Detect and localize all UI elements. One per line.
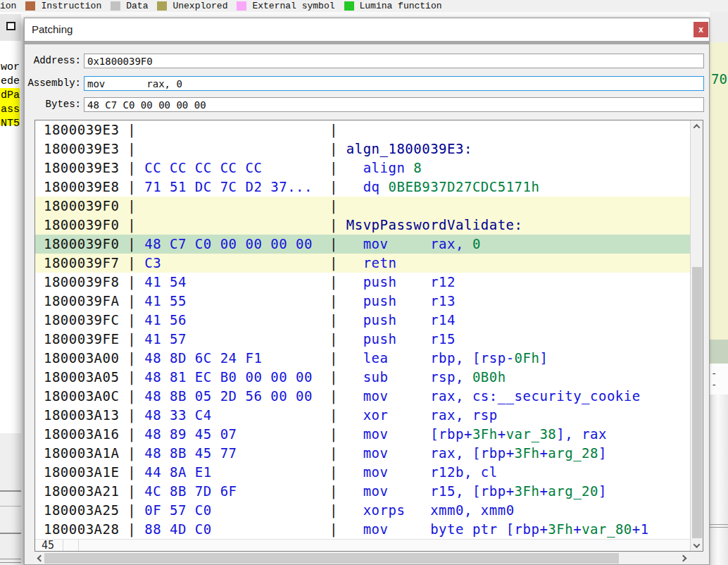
listing-row[interactable]: 180003A1A | 48 8B 45 77 | mov rax, [rbp+… (35, 444, 690, 463)
dialog-titlebar[interactable]: Patching x (25, 18, 709, 41)
screen: ion InstructionDataUnexploredExternal sy… (0, 0, 728, 565)
background-right-gray (710, 12, 728, 42)
titlebar-separator (25, 41, 709, 44)
listing-row[interactable]: 180003A0C | 48 8B 05 2D 56 00 00 | mov r… (35, 387, 690, 406)
vertical-scrollbar-thumb[interactable] (692, 267, 702, 538)
background-text-fragment: ede (1, 75, 20, 89)
legend-label: Data (126, 1, 148, 11)
listing-row[interactable]: 1800039F0 | | MsvpPasswordValidate: (35, 216, 690, 235)
legend-swatch (157, 1, 167, 11)
chevron-up-icon (694, 123, 701, 130)
listing-rows: 1800039E3 | | 1800039E3 | | algn_1800039… (35, 120, 690, 539)
legend-item: Unexplored (157, 1, 227, 11)
legend-items: InstructionDataUnexploredExternal symbol… (16, 1, 441, 11)
scroll-right-button[interactable] (677, 552, 689, 564)
listing-row[interactable]: 1800039FC | 41 56 | push r14 (35, 311, 690, 330)
legend-label: External symbol (252, 1, 334, 11)
listing-row[interactable]: 1800039E3 | | (35, 120, 690, 139)
listing-row[interactable]: 1800039F8 | 41 54 | push r12 (35, 273, 690, 292)
navband-legend: ion InstructionDataUnexploredExternal sy… (0, 0, 728, 12)
background-text-fragment: NT5 (1, 117, 20, 131)
legend-item: Data (111, 1, 148, 11)
chevron-left-icon (37, 555, 44, 562)
close-button[interactable]: x (694, 22, 708, 37)
legend-label: Instruction (41, 1, 101, 11)
legend-item: External symbol (237, 1, 334, 11)
assembly-label: Assembly: (25, 76, 81, 91)
restore-window-icon (6, 22, 15, 30)
listing-row[interactable]: 180003A16 | 48 89 45 07 | mov [rbp+3Fh+v… (35, 425, 690, 444)
horizontal-scrollbar-thumb[interactable] (44, 553, 619, 564)
legend-swatch (237, 1, 246, 11)
legend-item: Instruction (25, 1, 101, 11)
listing-row[interactable]: 1800039F0 | | (35, 197, 690, 216)
scroll-down-button[interactable] (691, 540, 703, 551)
background-text-fragment: ass (1, 103, 20, 117)
background-text-fragment: dPa (1, 89, 20, 103)
legend-truncated-text: ion (0, 1, 16, 11)
scroll-up-button[interactable] (691, 120, 703, 132)
background-divider (710, 527, 728, 528)
legend-swatch (25, 1, 35, 11)
listing-row[interactable]: 1800039F7 | C3 | retn (35, 254, 690, 273)
listing-row[interactable]: 1800039E3 | | algn_1800039E3: (35, 139, 690, 159)
disassembly-listing: 1800039E3 | | 1800039E3 | | algn_1800039… (34, 120, 703, 552)
listing-row[interactable]: 180003A28 | 88 4D C0 | mov byte ptr [rbp… (35, 520, 690, 539)
listing-partial-row[interactable]: 45 (35, 539, 690, 551)
chevron-down-icon (694, 541, 701, 548)
listing-row[interactable]: 1800039FE | 41 57 | push r15 (35, 330, 690, 349)
background-text-fragment: wor (1, 61, 20, 75)
horizontal-scrollbar[interactable] (34, 552, 689, 564)
legend-swatch (111, 1, 120, 11)
background-right-highlight-row (710, 340, 728, 364)
background-divider (710, 524, 728, 525)
listing-row[interactable]: 180003A25 | 0F 57 C0 | xorps xmm0, xmm0 (35, 501, 690, 520)
background-left-listing: worededPaassNT5 (0, 41, 21, 565)
listing-row[interactable]: 1800039E3 | CC CC CC CC CC | align 8 (35, 159, 690, 178)
legend-label: Lumina function (360, 1, 442, 11)
background-right-panel (710, 395, 728, 565)
listing-row[interactable]: 180003A00 | 48 8D 6C 24 F1 | lea rbp, [r… (35, 349, 690, 368)
assembly-input[interactable] (84, 76, 704, 91)
legend-label: Unexplored (172, 1, 227, 11)
background-right-white: - - (710, 364, 728, 395)
listing-row[interactable]: 180003A21 | 4C 8B 7D 6F | mov r15, [rbp+… (35, 482, 690, 501)
address-label: Address: (25, 54, 81, 68)
partial-row-text: 45 (42, 539, 54, 551)
background-right-dashes: - - (711, 368, 728, 390)
background-left-panel (0, 433, 21, 565)
listing-row[interactable]: 1800039FA | 41 55 | push r13 (35, 292, 690, 311)
listing-row[interactable]: 180003A1E | 44 8A E1 | mov r12b, cl (35, 463, 690, 482)
bytes-label: Bytes: (25, 97, 81, 112)
vertical-scrollbar[interactable] (690, 120, 703, 551)
dialog-title: Patching (32, 18, 73, 41)
patching-dialog: Patching x Address: Assembly: Bytes: 180… (24, 18, 710, 565)
background-right-listing: 70 (710, 42, 728, 340)
listing-row[interactable]: 180003A13 | 48 33 C4 | xor rax, rsp (35, 406, 690, 425)
chevron-right-icon (679, 555, 686, 562)
legend-item: Lumina function (344, 1, 442, 11)
bytes-input[interactable] (84, 97, 704, 112)
listing-row[interactable]: 1800039E8 | 71 51 DC 7C D2 37... | dq 0B… (35, 178, 690, 197)
listing-row[interactable]: 180003A05 | 48 81 EC B0 00 00 00 | sub r… (35, 368, 690, 387)
address-input[interactable] (84, 54, 704, 68)
listing-row-selected[interactable]: 1800039F0 | 48 C7 C0 00 00 00 00 | mov r… (35, 235, 690, 254)
legend-swatch (344, 1, 354, 11)
background-right-fragment: 70 (711, 71, 727, 87)
